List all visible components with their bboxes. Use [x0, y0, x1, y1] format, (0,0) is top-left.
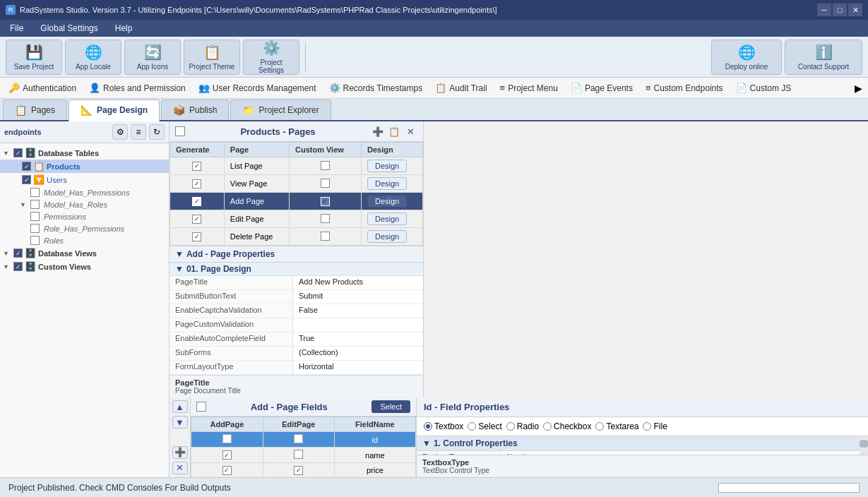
panel-refresh-button[interactable]: ↻ — [149, 124, 165, 140]
audit-trail-button[interactable]: 📋 Audit Trail — [429, 80, 492, 95]
tree-model-has-permissions[interactable]: Model_Has_Permissions — [0, 186, 169, 198]
name-edit-check[interactable] — [294, 450, 303, 459]
pages-copy-button[interactable]: 📋 — [387, 124, 401, 138]
menu-file[interactable]: File — [3, 22, 30, 35]
products-check[interactable]: ✓ — [22, 162, 31, 171]
custom-endpoints-button[interactable]: ≡ Custom Endpoints — [640, 80, 729, 95]
tree-database-views[interactable]: ▼ ✓ 🗄️ Database Views — [0, 246, 169, 260]
deploy-online-button[interactable]: 🌐 Deploy online — [711, 40, 782, 75]
authentication-button[interactable]: 🔑 Authentication — [3, 80, 82, 95]
collapse-icon[interactable]: ▼ — [175, 249, 184, 259]
cv-check[interactable]: ✓ — [13, 262, 23, 271]
price-edit-check[interactable] — [294, 466, 303, 475]
custom-js-button[interactable]: 📄 Custom JS — [730, 80, 797, 95]
radio-radio[interactable]: Radio — [506, 421, 539, 431]
move-down-button[interactable]: ▼ — [172, 416, 188, 429]
fields-select-all-check[interactable] — [196, 402, 206, 412]
page-design-section[interactable]: ▼ 01. Page Design — [170, 263, 423, 276]
project-settings-button[interactable]: ⚙️ Project Settings — [243, 40, 299, 75]
row5-generate-check[interactable] — [192, 232, 201, 241]
row4-custom-view-check[interactable] — [321, 214, 330, 223]
page-events-button[interactable]: 📄 Page Events — [565, 80, 638, 95]
row2-generate-check[interactable] — [192, 179, 201, 188]
remove-field-button[interactable]: ✕ — [172, 462, 188, 474]
roles-permission-button[interactable]: 👤 Roles and Permission — [83, 80, 191, 95]
db-tables-check[interactable]: ✓ — [13, 148, 23, 157]
price-add-check[interactable] — [222, 466, 232, 475]
tree-permissions[interactable]: Permissions — [0, 210, 169, 222]
prop-val-subforms[interactable]: (Collection) — [293, 347, 423, 360]
menu-global-settings[interactable]: Global Settings — [33, 22, 105, 35]
tree-custom-views[interactable]: ▼ ✓ 🗄️ Custom Views — [0, 260, 169, 273]
prop-val-pagetitle[interactable]: Add New Products — [293, 276, 423, 289]
minimize-button[interactable]: ─ — [817, 4, 831, 16]
field-row-id[interactable]: id — [191, 432, 416, 448]
radio-checkbox[interactable]: Checkbox — [543, 421, 591, 431]
window-controls[interactable]: ─ □ ✕ — [817, 4, 862, 16]
user-records-button[interactable]: 👥 User Records Management — [193, 80, 322, 95]
tree-products[interactable]: ✓ 📋 Products — [0, 160, 169, 173]
project-theme-button[interactable]: 📋 Project Theme — [184, 40, 240, 75]
tab-project-explorer[interactable]: 📁 Project Explorer — [230, 100, 331, 120]
close-button[interactable]: ✕ — [848, 4, 862, 16]
row3-generate-check[interactable] — [192, 197, 201, 206]
row2-custom-view-check[interactable] — [321, 179, 330, 188]
scroll-right[interactable]: ▶ — [852, 83, 865, 94]
row5-design-button[interactable]: Design — [367, 230, 407, 243]
row5-custom-view-check[interactable] — [321, 232, 330, 241]
pages-add-button[interactable]: ➕ — [371, 124, 385, 138]
mhr-check[interactable] — [30, 200, 40, 209]
contact-support-button[interactable]: ℹ️ Contact Support — [785, 40, 862, 75]
control-props-section[interactable]: ▼ 1. Control Properties — [417, 436, 860, 451]
prop-val-autocomplete[interactable]: True — [293, 333, 423, 346]
prop-val-submitbtn[interactable]: Submit — [293, 290, 423, 304]
records-timestamps-button[interactable]: ⚙️ Records Timestamps — [323, 80, 429, 95]
tab-page-design[interactable]: 📐 Page Design — [69, 100, 160, 121]
users-check[interactable]: ✓ — [22, 175, 31, 184]
perm-check[interactable] — [30, 212, 40, 221]
tree-users[interactable]: ✓ 🔽 Users — [0, 173, 169, 186]
maximize-button[interactable]: □ — [833, 4, 847, 16]
tree-role-has-permissions[interactable]: Role_Has_Permissions — [0, 222, 169, 234]
roles-check[interactable] — [30, 236, 40, 245]
radio-select[interactable]: Select — [468, 421, 501, 431]
row3-custom-view-check[interactable] — [321, 197, 330, 206]
add-field-button[interactable]: ➕ — [172, 446, 188, 459]
mhp-check[interactable] — [30, 188, 40, 197]
app-icons-button[interactable]: 🔄 App Icons — [124, 40, 181, 75]
field-row-name[interactable]: name — [191, 448, 416, 463]
name-add-check[interactable] — [222, 450, 232, 460]
field-row-price[interactable]: price — [191, 463, 416, 478]
tab-publish[interactable]: 📦 Publish — [161, 100, 229, 120]
row1-generate-check[interactable] — [192, 162, 201, 171]
tree-roles[interactable]: Roles — [0, 234, 169, 246]
dbv-check[interactable]: ✓ — [13, 248, 23, 258]
move-up-button[interactable]: ▲ — [172, 400, 188, 413]
select-button[interactable]: Select — [371, 400, 410, 413]
tree-model-has-roles[interactable]: ▼ Model_Has_Roles — [0, 198, 169, 210]
row1-design-button[interactable]: Design — [367, 160, 407, 172]
panel-settings-button[interactable]: ⚙ — [112, 124, 128, 140]
panel-filter-button[interactable]: ≡ — [131, 124, 146, 140]
prop-val-formlayout[interactable]: Horizontal — [293, 361, 423, 374]
radio-textarea[interactable]: Textarea — [595, 421, 638, 431]
row1-custom-view-check[interactable] — [321, 161, 330, 170]
radio-file[interactable]: File — [643, 421, 667, 431]
row4-design-button[interactable]: Design — [367, 212, 407, 225]
row2-design-button[interactable]: Design — [367, 177, 407, 190]
pages-close-button[interactable]: ✕ — [403, 124, 417, 138]
tab-pages[interactable]: 📋 Pages — [3, 100, 67, 120]
pages-select-all-check[interactable] — [175, 126, 185, 136]
row4-generate-check[interactable] — [192, 215, 201, 224]
row3-design-button[interactable]: Design — [367, 195, 407, 208]
save-project-button[interactable]: 💾 Save Project — [6, 40, 62, 75]
project-menu-button[interactable]: ≡ Project Menu — [494, 80, 564, 95]
rhp-check[interactable] — [30, 224, 40, 233]
prop-val-customvalidation[interactable] — [293, 318, 423, 332]
prop-val-captcha[interactable]: False — [293, 304, 423, 318]
app-locale-button[interactable]: 🌐 App Locale — [65, 40, 121, 75]
id-edit-check[interactable] — [294, 434, 303, 443]
tree-database-tables[interactable]: ▼ ✓ 🗄️ Database Tables — [0, 146, 169, 160]
fp-scrollbar[interactable] — [860, 436, 868, 455]
id-add-check[interactable] — [222, 434, 232, 443]
